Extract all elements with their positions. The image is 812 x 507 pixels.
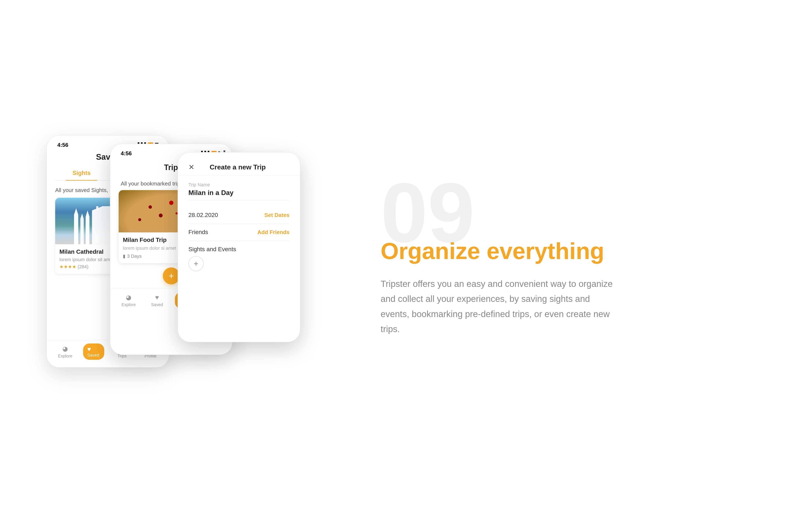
phones-container: 4:56 ▐▐▐ 📶 ▓ Saved ⌄ ≡ [47, 127, 343, 380]
friends-label: Friends [189, 229, 208, 235]
right-content: 09 Organize everything Tripster offers y… [359, 170, 765, 337]
trip-name-label: Trip Name [189, 182, 290, 187]
svg-marker-5 [86, 210, 90, 217]
svg-rect-4 [86, 217, 90, 244]
status-bar-3-spacer [178, 152, 300, 157]
tab-sights[interactable]: Sights [55, 166, 108, 180]
saved-icon-1: ♥ [87, 346, 91, 352]
page: 4:56 ▐▐▐ 📶 ▓ Saved ⌄ ≡ [0, 0, 812, 507]
nav-saved-1[interactable]: ♥ Saved [83, 343, 104, 360]
svg-rect-2 [80, 219, 84, 244]
status-time-1: 4:56 [57, 142, 68, 148]
create-trip-header: ✕ Create a new Trip [178, 157, 300, 176]
close-button[interactable]: ✕ [189, 163, 194, 171]
plus-icon-2: + [168, 271, 174, 281]
content-area: 4:56 ▐▐▐ 📶 ▓ Saved ⌄ ≡ [47, 127, 765, 380]
create-trip-title: Create a new Trip [194, 163, 281, 171]
svg-marker-3 [80, 214, 84, 219]
nav-explore-2[interactable]: ◕ Explore [118, 294, 139, 307]
saved-icon-2: ♥ [155, 294, 159, 301]
sights-section-title: Sights and Events [189, 241, 290, 256]
plus-icon-3: + [194, 259, 198, 268]
add-sight-button[interactable]: + [189, 256, 204, 271]
stars-icon: ★★★★ [59, 264, 77, 270]
add-friends-button[interactable]: Add Friends [257, 229, 290, 235]
svg-marker-1 [74, 208, 78, 215]
explore-icon-1: ◕ [62, 345, 68, 352]
trip-name-value[interactable]: Milan in a Day [189, 189, 290, 200]
nav-explore-1[interactable]: ◕ Explore [55, 345, 76, 358]
date-row: 28.02.2020 Set Dates [189, 207, 290, 224]
trip-name-field: Trip Name Milan in a Day [189, 182, 290, 200]
status-time-2: 4:56 [121, 150, 132, 157]
sight-name: Milan Cathedral [59, 248, 103, 255]
sights-section: Sights and Events + [189, 241, 290, 271]
set-dates-button[interactable]: Set Dates [264, 212, 290, 218]
add-trip-button[interactable]: + [163, 268, 180, 284]
calendar-icon: ▮ [123, 253, 125, 259]
svg-rect-8 [96, 206, 98, 210]
create-trip-form: Trip Name Milan in a Day 28.02.2020 Set … [178, 176, 300, 278]
nav-saved-2[interactable]: ♥ Saved [147, 294, 168, 307]
main-heading: Organize everything [380, 238, 765, 264]
explore-icon-2: ◕ [126, 294, 131, 301]
date-value: 28.02.2020 [189, 212, 218, 218]
rating-count: (284) [78, 264, 88, 270]
svg-rect-0 [74, 215, 78, 244]
trip-days: ▮ 3 Days [123, 253, 142, 259]
body-text: Tripster offers you an easy and convenie… [380, 276, 613, 337]
friends-row: Friends Add Friends [189, 224, 290, 241]
phone-create-trip: ✕ Create a new Trip Trip Name Milan in a… [177, 152, 300, 342]
